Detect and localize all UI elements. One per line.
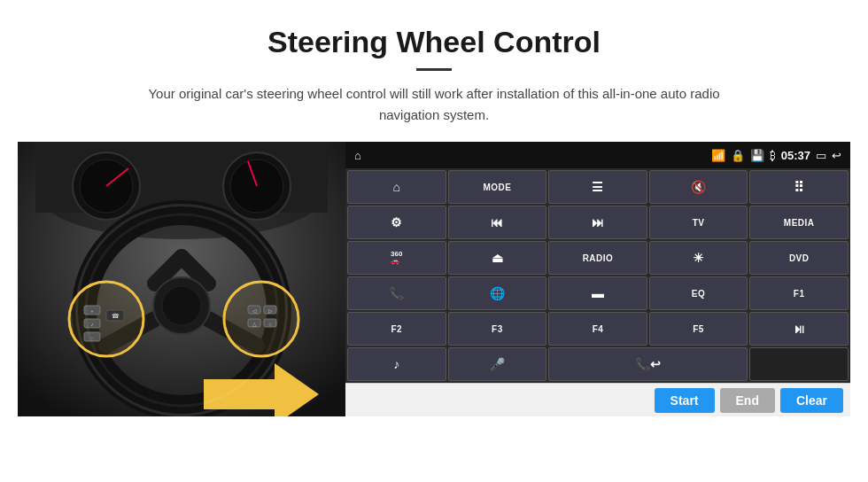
playpause-btn[interactable]: ⏯	[749, 312, 849, 346]
steering-wheel-image: + ♪ - ☎ ◁ ▷ △ ○	[18, 142, 345, 416]
status-bar-left: ⌂	[354, 149, 361, 162]
svg-text:◁: ◁	[252, 308, 257, 314]
apps-btn[interactable]: ⠿	[749, 170, 849, 204]
phone-btn[interactable]: 📞	[347, 276, 446, 310]
f5-btn[interactable]: F5	[649, 312, 748, 346]
tv-btn[interactable]: TV	[649, 206, 748, 239]
content-section: + ♪ - ☎ ◁ ▷ △ ○	[0, 142, 868, 416]
f3-btn[interactable]: F3	[448, 312, 547, 346]
page-wrapper: Steering Wheel Control Your original car…	[0, 0, 868, 416]
bottom-bar: Start End Clear	[345, 383, 850, 416]
subtitle-text: Your original car's steering wheel contr…	[124, 83, 744, 126]
call-end-btn[interactable]: 📞↩	[548, 347, 748, 381]
home-status-icon: ⌂	[354, 149, 361, 162]
mute-btn[interactable]: 🔇	[649, 170, 748, 204]
f4-btn[interactable]: F4	[548, 312, 647, 346]
media-btn[interactable]: MEDIA	[749, 206, 849, 239]
screen-icon: ▭	[816, 149, 826, 162]
end-button[interactable]: End	[720, 388, 775, 413]
svg-text:○: ○	[268, 322, 272, 327]
f2-btn[interactable]: F2	[347, 312, 446, 346]
back-icon: ↩	[832, 149, 841, 162]
mic-btn[interactable]: 🎤	[448, 347, 547, 381]
wifi-icon: 📶	[711, 149, 725, 162]
music-btn[interactable]: ♪	[347, 347, 446, 381]
svg-point-19	[162, 286, 201, 325]
svg-text:+: +	[90, 308, 94, 314]
eq-btn[interactable]: EQ	[649, 276, 748, 310]
lock-icon: 🔒	[731, 149, 745, 162]
next-btn[interactable]: ⏭	[548, 206, 647, 239]
empty-btn	[749, 347, 849, 381]
title-divider	[416, 68, 452, 71]
status-bar: ⌂ 📶 🔒 💾 ₿ 05:37 ▭ ↩	[345, 142, 850, 168]
radio-btn[interactable]: RADIO	[548, 241, 647, 275]
svg-text:☎: ☎	[112, 313, 120, 319]
list-btn[interactable]: ☰	[548, 170, 647, 204]
nav-btn[interactable]: 🌐	[448, 276, 547, 310]
android-panel: ⌂ 📶 🔒 💾 ₿ 05:37 ▭ ↩ ⌂ MODE ☰ 🔇	[345, 142, 850, 416]
f1-btn[interactable]: F1	[749, 276, 849, 310]
prev-btn[interactable]: ⏮	[448, 206, 547, 239]
settings-btn[interactable]: ⚙	[347, 206, 446, 239]
header-section: Steering Wheel Control Your original car…	[0, 0, 868, 142]
brightness-btn[interactable]: ☀	[649, 241, 748, 275]
mode-btn[interactable]: MODE	[448, 170, 547, 204]
start-button[interactable]: Start	[655, 388, 715, 413]
display-btn[interactable]: ▬	[548, 276, 647, 310]
car-image-container: + ♪ - ☎ ◁ ▷ △ ○	[18, 142, 345, 416]
bt-icon: ₿	[770, 149, 776, 162]
clear-button[interactable]: Clear	[780, 388, 843, 413]
svg-text:♪: ♪	[91, 322, 94, 327]
dvd-btn[interactable]: DVD	[749, 241, 849, 275]
sd-icon: 💾	[750, 149, 764, 162]
status-bar-right: 📶 🔒 💾 ₿ 05:37 ▭ ↩	[711, 149, 841, 162]
button-grid: ⌂ MODE ☰ 🔇 ⠿ ⚙ ⏮ ⏭ TV MEDIA 360🚗 ⏏ RADIO…	[345, 168, 850, 383]
cam360-btn[interactable]: 360🚗	[347, 241, 446, 275]
page-title: Steering Wheel Control	[35, 25, 833, 59]
svg-text:▷: ▷	[268, 308, 273, 314]
time-display: 05:37	[781, 149, 810, 162]
svg-point-29	[224, 282, 298, 356]
svg-text:△: △	[252, 322, 257, 327]
eject-btn[interactable]: ⏏	[448, 241, 547, 275]
home-btn[interactable]: ⌂	[347, 170, 446, 204]
